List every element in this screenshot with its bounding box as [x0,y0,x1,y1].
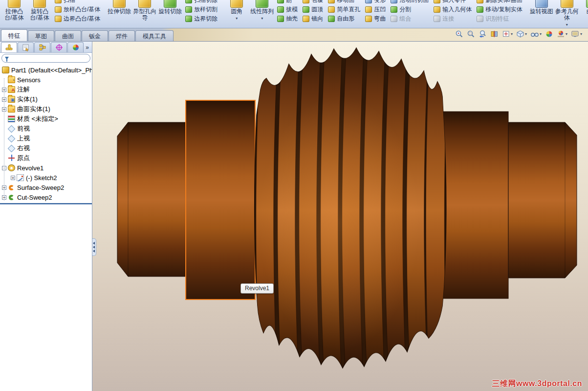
mirror-button[interactable]: 镜向 [301,14,325,23]
live-section-button[interactable]: 活动剖切面 [389,0,431,5]
wrap-icon [303,0,309,3]
chevron-down-icon[interactable]: ▾ [566,23,568,26]
shell-button[interactable]: 抽壳 [275,14,300,23]
wrap-button[interactable]: 包覆 [301,0,325,5]
tab-configurationmanager[interactable] [34,42,50,52]
tab-featuremanager-tree[interactable] [1,42,17,52]
tree-item-right-plane[interactable]: 右视 [0,143,92,153]
extruded-boss-icon [8,0,21,8]
tab-sheet-metal[interactable]: 钣金 [82,30,108,41]
move-face-button[interactable]: 移动面 [326,0,362,5]
linear-pattern-button[interactable]: 线性阵列 ▾ [250,0,274,20]
rollback-bar[interactable] [0,203,92,204]
chevron-down-icon[interactable]: ▾ [540,32,542,36]
zoom-fit-icon[interactable] [455,30,463,38]
freeform-button[interactable]: 自由形 [326,14,362,23]
tab-dimxpertmanager[interactable] [51,42,67,52]
tree-item-front-plane[interactable]: 前视 [0,124,92,134]
tree-item-top-plane[interactable]: 上视 [0,134,92,143]
tree-filter-box [1,54,90,63]
imported-geometry-icon [434,6,440,13]
zoom-area-icon[interactable] [467,30,475,38]
chevron-down-icon[interactable]: ▾ [261,17,263,20]
deform-button[interactable]: 变形 [363,0,388,5]
chevron-down-icon[interactable]: ▾ [580,32,582,36]
draft-button[interactable]: 拔模 [275,5,300,14]
indent-button[interactable]: 压凹 [363,5,388,14]
expand-toggle[interactable]: + [11,176,15,180]
revolved-boss-button[interactable]: 旋转凸台/基体 [27,0,52,21]
move-copy-body-button[interactable]: 移动/复制实体 [475,5,524,14]
selected-revolve-cylinder [186,100,255,299]
cut-sweep-icon [9,195,14,200]
display-style-icon[interactable]: ▾ [516,30,527,38]
panel-tabs-overflow-chevron[interactable]: » [86,44,91,51]
freeform-icon [328,16,335,22]
curves-button[interactable]: 曲线 ▾ [580,0,588,20]
tree-item-sensors[interactable]: ◔ Sensors [0,75,92,85]
graphics-viewport[interactable]: Revolve1 三维网www.3dportal.cn [92,42,588,391]
extruded-cut-button[interactable]: 拉伸切除 [107,0,131,15]
hide-show-items-icon[interactable]: ▾ [530,30,542,38]
zoom-previous-icon[interactable] [479,30,487,38]
insert-part-button[interactable]: 插入零件 [432,0,474,5]
fillet-button[interactable]: 圆角 ▾ [224,0,249,20]
swept-cut-button[interactable]: 扫描切除 [183,0,219,5]
join-button[interactable]: 连接 [432,14,474,23]
tab-weldments[interactable]: 焊件 [109,30,135,41]
rotate-view-button[interactable]: 旋转视图 [529,0,554,15]
tree-item-origin[interactable]: 原点 [0,153,92,163]
apply-scene-icon[interactable]: ▾ [557,30,567,38]
view-settings-icon[interactable]: ▾ [571,30,582,38]
delete-body-button[interactable]: 删除实体/曲面 [475,0,524,5]
reference-geometry-button[interactable]: 参考几何体 ▾ [555,0,579,26]
split-button[interactable]: 分割 [389,5,431,14]
swept-boss-button[interactable]: 扫描 [53,0,102,5]
tree-item-annotations[interactable]: + A 注解 [0,85,92,94]
section-view-icon[interactable] [490,30,499,38]
tab-surfaces[interactable]: 曲面 [55,30,81,41]
tree-item-sketch2[interactable]: + (-) Sketch2 [0,173,92,183]
tree-filter-input[interactable] [11,55,87,62]
tree-item-revolve1[interactable]: - Revolve1 [0,163,92,173]
tab-propertymanager[interactable] [18,42,34,52]
revolved-cut-button[interactable]: 旋转切除 [158,0,182,15]
hole-wizard-button[interactable]: 异型孔向导 [132,0,157,21]
tree-item-surface-sweep2[interactable]: + Surface-Sweep2 [0,183,92,192]
boundary-cut-button[interactable]: 边界切除 [183,14,219,23]
tree-item-surface-bodies[interactable]: + ◗ 曲面实体(1) [0,104,92,114]
tree-item-part-root[interactable]: Part1 (Default<<Default>_Ph [0,65,92,75]
tree-item-cut-sweep2[interactable]: + Cut-Sweep2 [0,192,92,202]
tree-item-material[interactable]: 材质 <未指定> [0,114,92,124]
view-orientation-icon[interactable]: ▾ [502,30,513,38]
panel-collapse-handle[interactable] [92,238,96,256]
rotate-view-icon [535,0,548,8]
right-plane-icon [8,145,15,152]
tab-sketch[interactable]: 草图 [28,30,54,41]
tab-mold-tools[interactable]: 模具工具 [135,30,174,41]
flex-icon [365,16,372,22]
origin-icon [8,155,15,161]
dome-icon [303,6,309,13]
edit-appearance-icon[interactable] [545,30,553,38]
rib-button[interactable]: 筋 [275,0,300,5]
recognize-features-button[interactable]: 识别特征 [475,14,524,23]
imported-geometry-button[interactable]: 输入几何体 [432,5,474,14]
worm-gear-model[interactable] [92,42,588,391]
material-icon [8,115,15,122]
flex-button[interactable]: 弯曲 [363,14,388,23]
chevron-down-icon[interactable]: ▾ [525,32,527,36]
extruded-boss-button[interactable]: 拉伸凸台/基体 [2,0,26,21]
chevron-down-icon[interactable]: ▾ [566,32,567,36]
lofted-boss-button[interactable]: 放样凸台/基体 [53,5,102,14]
tab-features[interactable]: 特征 [1,29,27,41]
chevron-down-icon[interactable]: ▾ [511,32,513,36]
combine-button[interactable]: 组合 [389,14,431,23]
boundary-boss-button[interactable]: 边界凸台/基体 [53,14,102,23]
dome-button[interactable]: 圆顶 [301,5,325,14]
tree-item-solid-bodies[interactable]: + ▣ 实体(1) [0,94,92,104]
lofted-cut-button[interactable]: 放样切割 [183,5,219,14]
chevron-down-icon[interactable]: ▾ [236,17,238,20]
tab-displaymanager[interactable] [67,42,84,52]
simple-hole-button[interactable]: 简单直孔 [326,5,362,14]
